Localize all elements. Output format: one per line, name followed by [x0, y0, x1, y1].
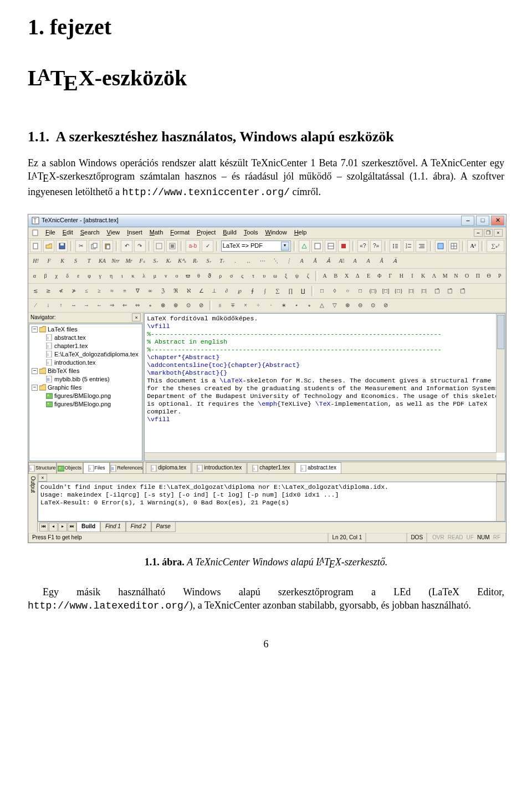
redo-icon[interactable]: ↷ — [134, 240, 146, 252]
mathstyle-button[interactable]: Aͦ — [336, 255, 347, 267]
symbol-button[interactable]: → — [81, 299, 92, 311]
symbol-button[interactable]: ∗ — [278, 299, 289, 311]
symbol-button[interactable]: (□) — [367, 285, 378, 297]
prev-error-icon[interactable]: «? — [357, 240, 369, 252]
mathstyle-button[interactable]: Ă — [309, 255, 321, 267]
symbol-button[interactable]: × — [240, 299, 251, 311]
symbol-button[interactable]: ⋆ — [291, 299, 302, 311]
cut-icon[interactable]: ✂ — [75, 240, 87, 252]
menu-file[interactable]: File — [42, 227, 59, 238]
greek-button[interactable]: ξ — [282, 270, 291, 282]
toggle1-icon[interactable] — [154, 240, 165, 252]
greek-button[interactable]: N — [452, 270, 461, 282]
output-profile-combo[interactable]: LaTeX => PDF▾ — [221, 241, 291, 252]
greek-button[interactable]: λ — [139, 270, 149, 282]
greek-button[interactable]: M — [441, 270, 450, 282]
greek-button[interactable]: α — [30, 270, 39, 282]
symbol-button[interactable]: ≤ — [81, 285, 92, 297]
greek-button[interactable]: B — [331, 270, 340, 282]
symbol-button[interactable]: ⇐ — [119, 299, 130, 311]
editor-tab[interactable]: ≡diploma.tex — [146, 462, 191, 473]
greek-button[interactable]: ϖ — [183, 270, 192, 282]
symbol-button[interactable]: ⊘ — [196, 299, 207, 311]
mathstyle-button[interactable]: Mr — [123, 255, 135, 267]
output-vscrollbar[interactable] — [496, 482, 505, 521]
mathstyle-button[interactable]: F — [43, 255, 55, 267]
symbol-button[interactable]: ⊘ — [380, 299, 391, 311]
symbol-button[interactable]: □̌ — [444, 285, 455, 297]
symbol-button[interactable]: ⇔ — [132, 299, 143, 311]
greek-button[interactable]: H — [397, 270, 406, 282]
mathstyle-button[interactable]: . — [229, 255, 241, 267]
symbol-button[interactable]: ▽ — [329, 299, 340, 311]
greek-button[interactable]: χ — [52, 270, 61, 282]
mathstyle-button[interactable]: A — [349, 255, 361, 267]
symbol-button[interactable]: ≈ — [106, 285, 117, 297]
mathstyle-button[interactable]: ‥ — [243, 255, 254, 267]
editor-hscrollbar[interactable] — [145, 452, 497, 461]
menu-edit[interactable]: Edit — [59, 227, 76, 238]
symbol-button[interactable]: ◊ — [329, 285, 340, 297]
greek-button[interactable]: Φ — [375, 270, 384, 282]
menu-math[interactable]: Math — [146, 227, 166, 238]
save-icon[interactable] — [56, 240, 68, 252]
maximize-button[interactable]: □ — [476, 216, 489, 226]
output-pane[interactable]: Couldn't find input index file E:\LaTeX_… — [38, 482, 505, 522]
greek-button[interactable]: Λ — [429, 270, 439, 282]
mathstyle-button[interactable]: A̅ — [389, 255, 401, 267]
greek-button[interactable]: ε — [74, 270, 83, 282]
mathstyle-button[interactable]: Nrr — [110, 255, 121, 267]
greek-button[interactable]: ν — [161, 270, 171, 282]
greek-button[interactable]: τ — [249, 270, 258, 282]
symbol-button[interactable]: ℘ — [234, 285, 245, 297]
editor-tab[interactable]: ≡chapter1.tex — [247, 462, 295, 473]
symbol-button[interactable]: ≲ — [30, 285, 41, 297]
symbol-button[interactable]: ↔ — [68, 299, 79, 311]
toggle2-icon[interactable] — [166, 240, 178, 252]
menu-tools[interactable]: Tools — [241, 227, 262, 238]
menu-help[interactable]: Help — [291, 227, 310, 238]
greek-button[interactable]: η — [106, 270, 116, 282]
greek-button[interactable]: ι — [117, 270, 127, 282]
description-icon[interactable] — [416, 240, 427, 252]
mdi-restore-button[interactable]: ❐ — [484, 229, 493, 237]
greek-button[interactable]: θ — [194, 270, 203, 282]
navigator-close-button[interactable]: × — [132, 313, 141, 321]
symbol-button[interactable]: ≡ — [119, 285, 130, 297]
greek-button[interactable]: I — [408, 270, 417, 282]
menu-insert[interactable]: Insert — [124, 227, 146, 238]
view-output-icon[interactable] — [325, 240, 336, 252]
greek-button[interactable]: K — [418, 270, 428, 282]
paste-icon[interactable] — [102, 240, 114, 252]
mathstyle-button[interactable]: Rᵣ — [190, 255, 201, 267]
mathstyle-button[interactable]: K — [57, 255, 68, 267]
greek-button[interactable]: ψ — [293, 270, 302, 282]
symbol-button[interactable]: △ — [316, 299, 328, 311]
symbol-button[interactable]: [□] — [380, 285, 391, 297]
symbol-button[interactable]: ∠ — [196, 285, 207, 297]
equation-icon[interactable]: ∑ₓ² — [487, 240, 504, 252]
symbol-button[interactable]: □ — [316, 285, 328, 297]
symbol-button[interactable]: ∫ — [259, 285, 270, 297]
nav-tab-references[interactable]: BReferences — [110, 462, 143, 473]
symbol-button[interactable]: ⁄ — [30, 299, 41, 311]
editor-vscrollbar[interactable] — [496, 314, 505, 453]
symbol-button[interactable]: ⊗ — [157, 299, 168, 311]
symbol-button[interactable]: ℜ — [170, 285, 181, 297]
mathstyle-button[interactable]: Sᵣ — [150, 255, 161, 267]
greek-button[interactable]: o — [172, 270, 182, 282]
symbol-button[interactable]: ⊥ — [208, 285, 219, 297]
build-icon[interactable] — [299, 240, 310, 252]
greek-button[interactable]: A — [320, 270, 330, 282]
output-close-button[interactable]: × — [38, 474, 47, 482]
mathstyle-button[interactable]: Fₛ — [136, 255, 148, 267]
tree-folder[interactable]: −Graphic files — [32, 384, 141, 392]
tree-folder[interactable]: −LaTeX files — [32, 325, 141, 334]
mathstyle-button[interactable]: A — [296, 255, 308, 267]
menu-window[interactable]: Window — [262, 227, 290, 238]
symbol-button[interactable]: ∘ — [145, 299, 156, 311]
mathstyle-button[interactable]: ⋯ — [256, 255, 268, 267]
greek-button[interactable]: Γ — [386, 270, 395, 282]
tree-file[interactable]: ≡abstract.tex — [32, 334, 141, 342]
symbol-button[interactable]: · — [265, 299, 277, 311]
